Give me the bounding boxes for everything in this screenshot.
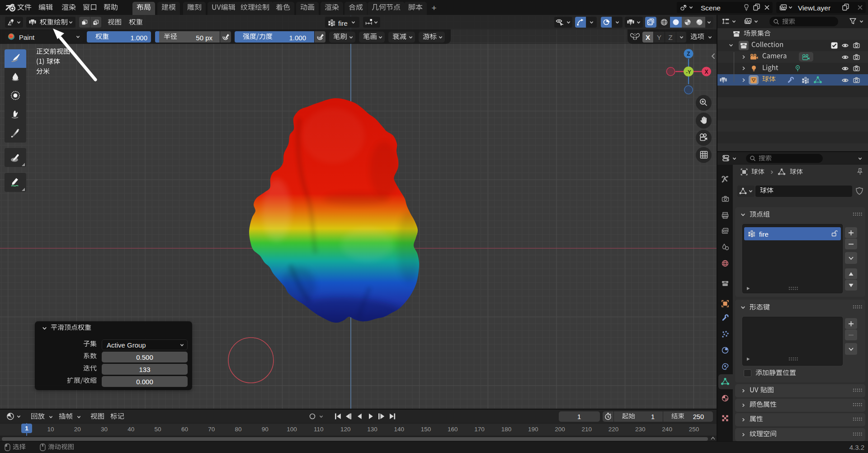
svg-text:-Y: -Y [686, 69, 691, 75]
svg-text:X: X [704, 69, 708, 75]
svg-text:Z: Z [687, 51, 690, 57]
